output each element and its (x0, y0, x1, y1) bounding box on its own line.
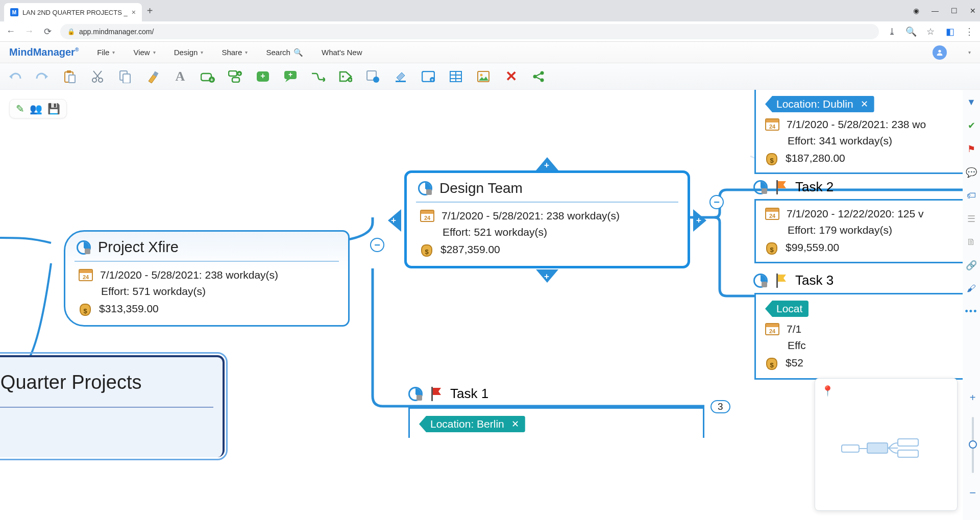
filter-icon[interactable]: ▼ (967, 97, 976, 108)
fill-color-icon[interactable] (393, 69, 408, 84)
save-disk-icon[interactable]: 💾 (47, 103, 60, 115)
user-avatar[interactable] (933, 45, 947, 60)
undo-icon[interactable] (7, 69, 22, 84)
svg-point-33 (541, 71, 544, 75)
more-icon[interactable]: ••• (965, 306, 978, 317)
location-tag-berlin[interactable]: Location: Berlin✕ (419, 416, 525, 432)
add-topic-icon[interactable]: + (200, 69, 215, 84)
node-design-team[interactable]: Design Team 247/1/2020 - 5/28/2021: 238 … (404, 170, 690, 268)
close-window-icon[interactable]: ✕ (970, 7, 976, 15)
add-topic-above[interactable]: + (536, 157, 558, 170)
menu-view[interactable]: View▾ (133, 48, 155, 57)
menu-search[interactable]: Search🔍 (266, 48, 303, 57)
node-task3-header[interactable]: Task 3 (753, 273, 834, 288)
tab-favicon-icon: M (10, 8, 18, 16)
table-icon[interactable] (448, 69, 463, 84)
font-icon[interactable]: A (173, 69, 188, 84)
cut-icon[interactable] (90, 69, 105, 84)
minimap[interactable]: 📍 (815, 378, 958, 511)
share-network-icon[interactable] (531, 69, 546, 84)
svg-text:+: + (349, 78, 351, 82)
list-icon[interactable]: ☰ (967, 213, 975, 225)
svg-rect-43 (898, 450, 918, 457)
progress-pie-icon (418, 181, 432, 195)
zoom-slider[interactable]: + − (969, 392, 976, 500)
paste-icon[interactable] (62, 69, 78, 84)
flag-icon[interactable]: ⚑ (967, 143, 975, 155)
shape-icon[interactable]: + (421, 69, 436, 84)
url-field[interactable]: 🔒 app.mindmanager.com/ (60, 24, 879, 39)
check-icon[interactable]: ✔ (968, 120, 975, 131)
add-topic-right[interactable]: + (693, 209, 706, 232)
zoom-thumb[interactable] (969, 440, 977, 449)
chevron-down-icon[interactable]: ▾ (968, 49, 971, 55)
node-task2-card[interactable]: 247/1/2020 - 12/22/2020: 125 v Effort: 1… (754, 199, 969, 263)
map-pin-icon[interactable]: 📍 (821, 385, 834, 397)
svg-text:+: + (431, 78, 433, 82)
progress-pie-icon (753, 180, 768, 194)
install-app-icon[interactable]: ⤓ (886, 26, 897, 37)
node-task2-header[interactable]: Task 2 (753, 179, 834, 195)
record-icon[interactable]: ◉ (913, 7, 919, 15)
zoom-icon[interactable]: 🔍 (905, 26, 917, 37)
node-task1-card[interactable]: Location: Berlin✕ (408, 407, 704, 438)
add-subtopic-icon[interactable]: + (228, 69, 243, 84)
node-project-xfire[interactable]: Project Xfire 247/1/2020 - 5/28/2021: 23… (64, 230, 350, 327)
node-task1-header[interactable]: Task 1 (408, 386, 488, 402)
image-icon[interactable] (476, 69, 491, 84)
add-topic-left[interactable]: + (388, 209, 401, 232)
collapse-toggle[interactable]: − (709, 195, 724, 209)
tag-icon[interactable]: + (338, 69, 353, 84)
child-count-badge[interactable]: 3 (710, 400, 730, 413)
tab-close-icon[interactable]: × (132, 8, 136, 16)
node-task3-card[interactable]: Locat 247/1 Effc $52 (754, 293, 969, 380)
cost-text: $99,559.00 (786, 241, 839, 254)
maximize-icon[interactable]: ☐ (951, 7, 958, 15)
add-callout-icon[interactable]: + (283, 69, 298, 84)
location-tag-dublin[interactable]: Location: Dublin✕ (765, 96, 874, 112)
browser-tab[interactable]: M LAN 2ND QUARTER PROJECTS _ × (4, 3, 142, 21)
collapse-toggle[interactable]: − (370, 238, 384, 252)
add-topic-below[interactable]: + (536, 269, 558, 283)
zoom-track[interactable] (972, 417, 974, 473)
note-icon[interactable]: 🗎 (967, 237, 976, 247)
location-tag[interactable]: Locat (765, 301, 808, 317)
boundary-icon[interactable] (365, 69, 381, 84)
delete-icon[interactable]: ✕ (503, 69, 519, 84)
link-icon[interactable]: 🔗 (966, 260, 977, 271)
chevron-down-icon: ▾ (245, 49, 248, 55)
format-brush-icon[interactable]: 🖌 (967, 283, 976, 294)
zoom-out-icon[interactable]: − (969, 486, 976, 500)
people-icon[interactable]: 👥 (30, 103, 42, 115)
tags-panel-icon[interactable]: 🏷 (967, 190, 976, 201)
redo-icon[interactable] (35, 69, 50, 84)
back-icon[interactable]: ← (5, 26, 16, 37)
bookmark-star-icon[interactable]: ☆ (925, 26, 936, 37)
canvas[interactable]: ✎ 👥 💾 ⚙ Project Xfire 247/1/2020 - 5/28/… (0, 90, 980, 520)
chevron-down-icon: ▾ (112, 49, 115, 55)
zoom-in-icon[interactable]: + (970, 392, 976, 404)
copy-icon[interactable] (117, 69, 133, 84)
menu-design[interactable]: Design▾ (174, 48, 204, 57)
comment-icon[interactable]: 💬 (966, 167, 977, 178)
menu-whats-new[interactable]: What's New (322, 48, 362, 57)
format-painter-icon[interactable] (145, 69, 160, 84)
node-dublin-card[interactable]: Location: Dublin✕ 247/1/2020 - 5/28/2021… (754, 90, 969, 174)
pencil-icon[interactable]: ✎ (16, 103, 24, 115)
kebab-menu-icon[interactable]: ⋮ (964, 26, 975, 37)
minimize-icon[interactable]: — (932, 7, 939, 15)
extension-icon[interactable]: ◧ (944, 26, 955, 37)
new-tab-button[interactable]: + (147, 5, 153, 17)
calendar-icon: 24 (765, 118, 779, 131)
add-floating-icon[interactable]: + (255, 69, 271, 84)
reload-icon[interactable]: ⟳ (42, 26, 53, 37)
svg-text:+: + (238, 71, 240, 77)
menu-file[interactable]: File▾ (97, 48, 115, 57)
node-root[interactable]: nd Quarter Projects (0, 355, 225, 457)
menu-share[interactable]: Share▾ (222, 48, 248, 57)
tag-remove-icon[interactable]: ✕ (511, 418, 519, 430)
lock-icon: 🔒 (67, 28, 75, 35)
forward-icon[interactable]: → (23, 26, 35, 37)
relationship-icon[interactable] (310, 69, 326, 84)
tag-remove-icon[interactable]: ✕ (861, 98, 868, 110)
